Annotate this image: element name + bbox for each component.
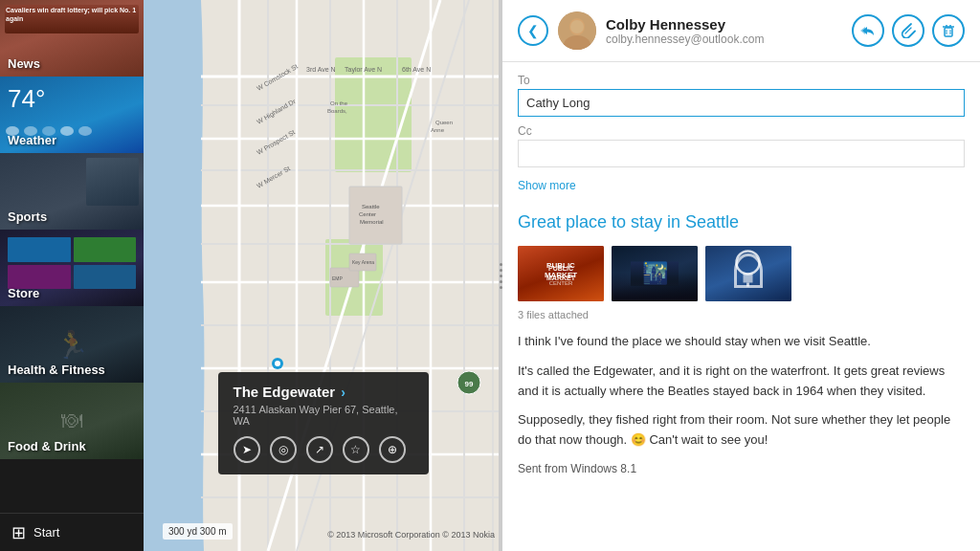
show-more-link[interactable]: Show more (518, 179, 576, 192)
map-popup-title: The Edgewater › (234, 384, 413, 400)
email-toolbar (852, 14, 965, 47)
svg-text:Seattle: Seattle (362, 204, 380, 209)
map-popup-actions: ➤ ◎ ↗ ☆ ⊕ (234, 436, 413, 463)
map-area[interactable]: 99 W Comstock St W Highland Dr W Prospec… (144, 0, 502, 551)
map-route-icon[interactable]: ◎ (270, 436, 297, 463)
email-back-button[interactable]: ❮ (518, 15, 548, 46)
sidebar-item-label-food: Food & Drink (8, 439, 86, 453)
map-copyright: © 2013 Microsoft Corporation © 2013 Noki… (327, 530, 495, 540)
attachment-1[interactable]: PUBLICMARKET CENTER (518, 246, 604, 301)
email-fields: To Cc Show more (502, 62, 980, 201)
svg-rect-2 (335, 57, 412, 172)
map-share-icon[interactable]: ↗ (306, 436, 333, 463)
email-subject: Great place to stay in Seattle (518, 212, 965, 232)
sidebar-item-label-sports: Sports (8, 209, 47, 224)
svg-text:On the: On the (330, 100, 348, 106)
sidebar-item-label-store: Store (8, 286, 39, 300)
svg-text:6th Ave N: 6th Ave N (402, 66, 431, 73)
files-attached-label: 3 files attached (518, 309, 965, 320)
map-pin-icon[interactable]: ⊕ (379, 436, 406, 463)
map-popup-address: 2411 Alaskan Way Pier 67, Seattle, WA (234, 404, 413, 427)
sidebar-item-label-weather: Weather (8, 133, 56, 147)
map-star-icon[interactable]: ☆ (343, 436, 369, 463)
email-sent-from: Sent from Windows 8.1 (518, 460, 965, 478)
start-bar: ⊞ Start (0, 513, 144, 551)
sidebar-item-label-news: News (8, 56, 40, 71)
reply-all-icon (860, 23, 876, 38)
svg-text:Boards,: Boards, (327, 108, 347, 114)
sidebar-item-weather[interactable]: 74° Weather (0, 77, 144, 153)
sidebar: Cavaliers win draft lottery; will pick N… (0, 0, 144, 551)
sidebar-item-sports[interactable]: Sports (0, 153, 144, 230)
email-text: I think I've found the place we should s… (518, 332, 965, 478)
to-input[interactable] (518, 89, 965, 117)
svg-point-60 (737, 251, 760, 274)
email-paragraph-3: Supposedly, they fished right from their… (518, 410, 965, 451)
map-popup: The Edgewater › 2411 Alaskan Way Pier 67… (218, 372, 429, 474)
email-paragraph-1: I think I've found the place we should s… (518, 332, 965, 352)
svg-text:3rd Ave N: 3rd Ave N (306, 66, 336, 73)
sender-avatar (558, 11, 596, 50)
map-navigate-icon[interactable]: ➤ (234, 436, 260, 463)
cc-field-row: Cc (518, 124, 965, 167)
svg-rect-61 (744, 273, 753, 282)
sidebar-item-store[interactable]: Store (0, 230, 144, 306)
svg-point-49 (275, 361, 280, 366)
map-scale: 300 yd 300 m (163, 523, 233, 540)
svg-text:Queen: Queen (435, 120, 453, 125)
sender-info: Colby Hennessey colby.hennessey@outlook.… (606, 16, 842, 46)
trash-icon (941, 23, 956, 38)
svg-text:Center: Center (359, 211, 376, 217)
reply-all-button[interactable] (852, 14, 884, 47)
attach-button[interactable] (892, 14, 924, 47)
map-panel-divider (499, 0, 502, 551)
back-arrow-icon: ❮ (527, 23, 539, 38)
cc-label: Cc (518, 124, 965, 138)
svg-text:Memorial: Memorial (360, 219, 384, 225)
svg-text:Key Arena: Key Arena (352, 259, 374, 265)
sidebar-items: Cavaliers win draft lottery; will pick N… (0, 0, 144, 513)
email-attachments: PUBLICMARKET CENTER (518, 246, 965, 301)
sidebar-item-news[interactable]: Cavaliers win draft lottery; will pick N… (0, 0, 144, 77)
attachment-2[interactable] (612, 246, 698, 301)
weather-temp: 74° (8, 84, 45, 114)
svg-text:Taylor Ave N: Taylor Ave N (345, 66, 382, 74)
paperclip-icon (901, 23, 916, 38)
attachment-3[interactable] (705, 246, 791, 301)
sidebar-item-label-health: Health & Fitness (8, 363, 105, 377)
email-body: Great place to stay in Seattle PUBLICMAR… (502, 201, 980, 551)
svg-point-53 (570, 20, 584, 33)
svg-text:EMP: EMP (332, 276, 344, 281)
sidebar-item-food[interactable]: 🍽 Food & Drink (0, 383, 144, 459)
svg-rect-54 (945, 28, 952, 36)
to-field-row: To (518, 74, 965, 117)
sender-name: Colby Hennessey (606, 16, 842, 33)
svg-text:Anne: Anne (431, 127, 445, 133)
sender-email: colby.hennessey@outlook.com (606, 33, 842, 46)
email-header: ❮ Colby Hennessey colby.hennessey@outloo… (502, 0, 980, 62)
cc-input[interactable] (518, 140, 965, 167)
to-label: To (518, 74, 965, 87)
email-panel: ❮ Colby Hennessey colby.hennessey@outloo… (502, 0, 980, 551)
windows-start-icon[interactable]: ⊞ (11, 522, 26, 543)
map-popup-arrow[interactable]: › (341, 385, 345, 400)
start-label[interactable]: Start (33, 525, 59, 540)
svg-text:99: 99 (465, 380, 474, 388)
news-headline: Cavaliers win draft lottery; will pick N… (6, 6, 138, 23)
delete-button[interactable] (932, 14, 965, 47)
sidebar-item-health[interactable]: 🏃 Health & Fitness (0, 306, 144, 383)
email-paragraph-2: It's called the Edgewater, and it is rig… (518, 362, 965, 402)
